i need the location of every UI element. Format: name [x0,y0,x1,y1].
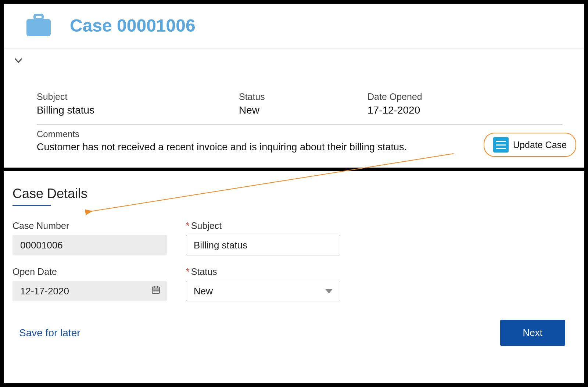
page-title: Case 00001006 [70,15,196,36]
summary-subject: Subject Billing status [37,92,239,116]
save-for-later-link[interactable]: Save for later [19,327,80,339]
field-status: *Status New [186,266,340,301]
field-subject: *Subject [186,221,340,255]
comments-label: Comments [37,129,562,139]
summary-date-opened-label: Date Opened [368,92,562,102]
summary-status-value: New [239,104,368,116]
case-number-label: Case Number [12,221,167,231]
update-case-icon [493,137,509,153]
field-open-date: Open Date 12-17-2020 [12,266,167,301]
case-details-panel: Case Details Case Number 00001006 *Subje… [4,171,584,346]
summary-subject-label: Subject [37,92,239,102]
subject-input[interactable] [186,235,340,255]
open-date-label: Open Date [12,266,167,277]
chevron-down-icon [13,55,24,66]
summary-subject-value: Billing status [37,104,239,116]
comments-row: Comments Customer has not received a rec… [4,125,584,153]
collapse-toggle[interactable] [4,49,584,67]
subject-label: *Subject [186,221,340,231]
svg-rect-0 [26,19,51,36]
caret-down-icon [325,286,333,297]
form-grid: Case Number 00001006 *Subject Open Date … [12,221,576,301]
update-case-button[interactable]: Update Case [484,133,576,157]
summary-status-label: Status [239,92,368,102]
status-select[interactable]: New [186,281,340,301]
case-number-input: 00001006 [12,235,167,255]
form-footer: Save for later Next [12,320,576,346]
update-case-label: Update Case [513,140,567,150]
svg-rect-7 [155,290,157,291]
section-title: Case Details [12,186,576,201]
summary-date-opened-value: 17-12-2020 [368,104,562,116]
calendar-icon [151,285,161,297]
case-summary-panel: Case 00001006 Subject Billing status Sta… [4,4,584,171]
summary-grid: Subject Billing status Status New Date O… [4,67,584,116]
summary-date-opened: Date Opened 17-12-2020 [368,92,562,116]
status-value: New [194,286,213,297]
summary-status: Status New [239,92,368,116]
briefcase-icon [26,14,51,37]
svg-marker-9 [325,289,333,294]
next-button[interactable]: Next [500,320,565,346]
svg-rect-8 [157,290,158,291]
status-label: *Status [186,266,340,277]
svg-rect-6 [154,290,155,291]
open-date-input[interactable]: 12-17-2020 [12,281,167,301]
case-number-value: 00001006 [20,240,63,251]
section-underline [12,205,51,206]
header-row: Case 00001006 [4,4,584,49]
field-case-number: Case Number 00001006 [12,221,167,255]
open-date-value: 12-17-2020 [20,286,69,297]
svg-rect-1 [35,15,43,19]
